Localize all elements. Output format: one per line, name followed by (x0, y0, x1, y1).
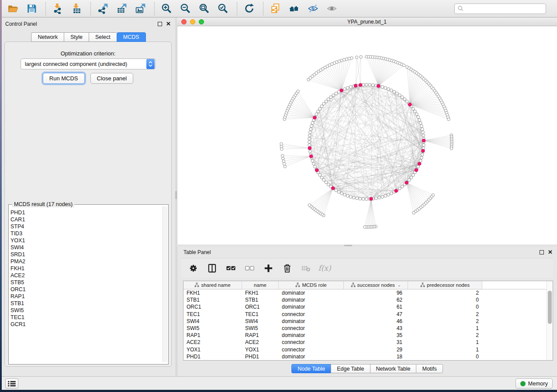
close-panel-button[interactable]: Close panel (90, 73, 134, 84)
mcds-result-item[interactable]: PHD1 (10, 209, 162, 216)
search-wrap (454, 3, 546, 14)
minimize-window-icon[interactable] (190, 19, 195, 24)
mcds-result-item[interactable]: TID3 (10, 230, 162, 237)
mcds-result-item[interactable]: ACE2 (10, 272, 162, 279)
run-mcds-button[interactable]: Run MCDS (43, 73, 85, 84)
cell-shared-name: SWI5 (183, 325, 242, 331)
mcds-result-item[interactable]: PMA2 (10, 258, 162, 265)
mcds-list-scrollbar[interactable] (163, 206, 167, 362)
export-image-icon[interactable] (134, 2, 147, 15)
tab-node-table[interactable]: Node Table (291, 364, 331, 373)
hide-selected-icon[interactable] (306, 2, 319, 15)
mcds-result-title: MCDS result (17 nodes) (12, 201, 74, 207)
tree-icon (295, 282, 300, 288)
tab-edge-table[interactable]: Edge Table (331, 364, 370, 373)
table-row[interactable]: PHD1PHD1dominator180 (183, 353, 553, 360)
close-window-icon[interactable] (181, 19, 187, 24)
tree-icon (194, 282, 199, 288)
mcds-result-item[interactable]: STB5 (10, 279, 162, 286)
column-header-successor-nodes[interactable]: successor nodes⌄ (344, 281, 408, 289)
column-header-filler (482, 281, 553, 289)
table-row[interactable]: YOX1YOX1connector291 (183, 346, 553, 353)
table-row[interactable]: SWI4SWI4dominator462 (183, 318, 553, 325)
cell-mcds-role: connector (279, 347, 344, 353)
mcds-result-group: MCDS result (17 nodes) PHD1CAR1STP4TID3Y… (8, 204, 169, 364)
refresh-icon[interactable] (242, 2, 256, 15)
mcds-result-item[interactable]: SWI4 (10, 244, 162, 251)
table-row[interactable]: TEC1TEC1connector472 (183, 311, 553, 318)
zoom-out-icon[interactable] (179, 2, 192, 15)
table-row[interactable]: SWI5SWI5connector431 (183, 325, 553, 332)
table-scrollbar-thumb[interactable] (548, 291, 552, 324)
mcds-result-item[interactable]: SRD1 (10, 251, 162, 258)
close-table-panel-icon[interactable]: ✕ (548, 250, 553, 254)
tab-mcds[interactable]: MCDS (117, 32, 146, 42)
mcds-result-item[interactable]: RAP1 (10, 293, 162, 300)
mcds-result-item[interactable]: STP4 (10, 223, 162, 230)
column-header-shared-name[interactable]: shared name (183, 281, 242, 289)
open-session-icon[interactable] (6, 2, 19, 15)
zoom-selected-icon[interactable] (216, 2, 229, 15)
show-all-icon[interactable] (325, 2, 338, 15)
gear-icon[interactable] (187, 262, 199, 274)
mcds-result-item[interactable]: STB1 (10, 300, 162, 307)
zoom-fit-icon[interactable] (197, 2, 211, 15)
cell-mcds-role: dominator (279, 297, 344, 303)
column-header-name[interactable]: name (242, 281, 279, 289)
float-table-panel-icon[interactable] (540, 250, 544, 254)
criterion-select[interactable]: largest connected component (undirected) (21, 58, 156, 69)
cell-name: RAP1 (242, 332, 279, 338)
mcds-result-item[interactable]: FKH1 (10, 265, 162, 272)
table-row[interactable]: ACE2ACE2connector311 (183, 339, 553, 346)
maximize-window-icon[interactable] (199, 19, 204, 24)
import-network-icon[interactable] (51, 2, 64, 15)
mcds-result-item[interactable]: CAR1 (10, 216, 162, 223)
column-header-MCDS-role[interactable]: MCDS role (279, 281, 344, 289)
cell-predecessor-nodes: 2 (408, 311, 482, 317)
mcds-result-item[interactable]: ORC1 (10, 286, 162, 293)
tab-style[interactable]: Style (64, 32, 89, 42)
memory-button[interactable]: Memory (515, 378, 553, 389)
mcds-result-item[interactable]: SWI5 (10, 307, 162, 314)
table-row[interactable]: STB1STB1dominator620 (183, 296, 553, 303)
save-session-icon[interactable] (25, 2, 38, 15)
duplicate-network-icon[interactable] (269, 2, 282, 15)
tab-network-table[interactable]: Network Table (370, 364, 416, 373)
columns-icon[interactable] (206, 262, 218, 274)
table-row[interactable]: ORC1ORC1dominator610 (183, 303, 553, 310)
table-panel-title: Table Panel (183, 249, 211, 255)
tab-select[interactable]: Select (89, 32, 117, 42)
table-panel: Table Panel ✕ f(x) shared namenameMCDS r… (177, 247, 557, 376)
task-history-button[interactable] (5, 378, 18, 389)
toolbar-separator (154, 2, 155, 15)
table-row[interactable]: RAP1RAP1dominator352 (183, 332, 553, 339)
memory-label: Memory (528, 381, 548, 387)
close-panel-icon[interactable]: ✕ (166, 22, 171, 26)
float-panel-icon[interactable] (158, 22, 162, 26)
cell-shared-name: YOX1 (183, 347, 242, 353)
tab-network[interactable]: Network (31, 32, 64, 42)
mcds-result-item[interactable]: GCR1 (10, 321, 162, 328)
delete-row-icon[interactable] (281, 262, 293, 274)
mcds-result-item[interactable]: TEC1 (10, 314, 162, 321)
export-network-icon[interactable] (96, 2, 109, 15)
table-row[interactable]: FKH1FKH1dominator962 (183, 289, 553, 296)
sort-desc-icon: ⌄ (398, 283, 401, 287)
mcds-result-list: PHD1CAR1STP4TID3YOX1SWI4SRD1PMA2FKH1ACE2… (10, 209, 162, 363)
add-row-icon[interactable] (263, 262, 274, 274)
search-input[interactable] (454, 3, 546, 14)
column-header-predecessor-nodes[interactable]: predecessor nodes (408, 281, 482, 289)
export-table-icon[interactable] (115, 2, 128, 15)
cell-predecessor-nodes: 1 (408, 339, 482, 345)
select-all-icon[interactable] (225, 262, 236, 274)
optimization-criterion-label: Optimization criterion: (5, 50, 171, 57)
table-scrollbar[interactable] (547, 281, 553, 360)
import-table-icon[interactable] (70, 2, 83, 15)
deselect-all-icon[interactable] (244, 262, 255, 274)
tab-motifs[interactable]: Motifs (416, 364, 443, 373)
mcds-result-item[interactable]: YOX1 (10, 237, 162, 244)
first-neighbors-icon[interactable] (287, 2, 301, 15)
zoom-in-icon[interactable] (160, 2, 173, 15)
list-icon (8, 381, 16, 387)
network-canvas[interactable] (177, 26, 557, 244)
